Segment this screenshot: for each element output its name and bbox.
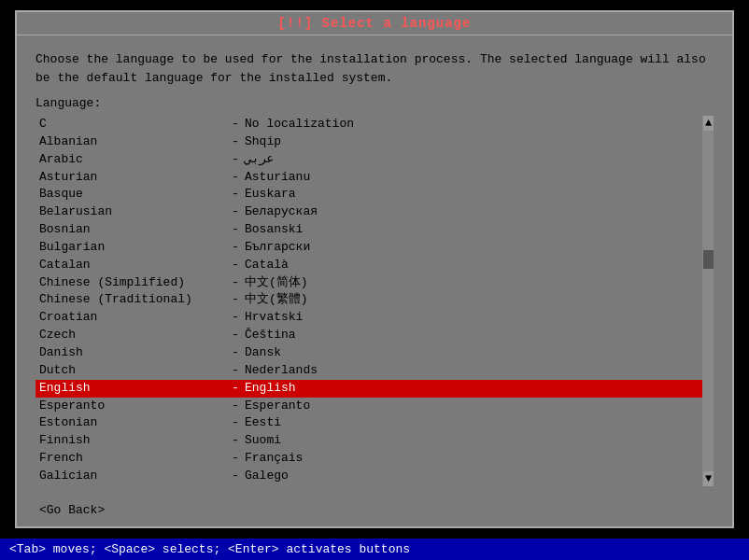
lang-name: Albanian: [39, 133, 226, 151]
list-item[interactable]: Czech - Čeština: [35, 327, 702, 344]
go-back-button[interactable]: <Go Back>: [35, 501, 108, 519]
list-item[interactable]: Bosnian - Bosanski: [35, 221, 702, 239]
separator: -: [226, 485, 245, 486]
separator: -: [226, 327, 245, 344]
lang-name: Bulgarian: [39, 239, 226, 257]
dialog: [!!] Select a language Choose the langua…: [15, 10, 734, 528]
lang-name: German: [39, 485, 226, 486]
lang-native: Nederlands: [245, 362, 318, 380]
lang-native: Shqip: [245, 133, 281, 151]
lang-native: Беларуская: [245, 203, 318, 221]
list-container: C - No localizationAlbanian - ShqipArabi…: [35, 116, 714, 486]
dialog-wrapper: [!!] Select a language Choose the langua…: [0, 0, 749, 539]
lang-native: 中文(繁體): [245, 291, 308, 309]
separator: -: [226, 468, 245, 485]
separator: -: [226, 344, 245, 362]
lang-name: Catalan: [39, 257, 226, 274]
lang-native: 中文(简体): [245, 274, 308, 292]
list-item[interactable]: Esperanto - Esperanto: [35, 398, 702, 415]
separator: -: [226, 414, 245, 432]
separator: -: [226, 169, 245, 187]
lang-name: Asturian: [39, 169, 226, 187]
lang-name: Basque: [39, 186, 226, 203]
separator: -: [226, 380, 245, 398]
list-item[interactable]: Belarusian - Беларуская: [35, 203, 702, 221]
lang-name: Esperanto: [39, 398, 226, 415]
list-item[interactable]: Arabic - عربي: [35, 151, 702, 169]
separator: -: [226, 221, 245, 239]
list-item[interactable]: Galician - Galego: [35, 468, 702, 485]
lang-name: Chinese (Traditional): [39, 291, 226, 309]
separator: -: [226, 239, 245, 257]
separator: -: [226, 291, 245, 309]
lang-native: Български: [245, 239, 310, 257]
lang-name: Galician: [39, 468, 226, 485]
separator: -: [226, 450, 245, 468]
separator: -: [226, 398, 245, 415]
separator: -: [226, 309, 245, 327]
lang-name: Finnish: [39, 432, 226, 450]
lang-name: French: [39, 450, 226, 468]
scroll-down-arrow[interactable]: ▼: [705, 473, 712, 484]
list-item[interactable]: French - Français: [35, 450, 702, 468]
lang-name: Croatian: [39, 309, 226, 327]
list-item[interactable]: Danish - Dansk: [35, 344, 702, 362]
list-item[interactable]: Basque - Euskara: [35, 186, 702, 203]
lang-name: Danish: [39, 344, 226, 362]
list-item[interactable]: Albanian - Shqip: [35, 133, 702, 151]
lang-native: Bosanski: [245, 221, 303, 239]
status-bar: <Tab> moves; <Space> selects; <Enter> ac…: [0, 539, 749, 560]
language-list[interactable]: C - No localizationAlbanian - ShqipArabi…: [35, 116, 702, 486]
separator: -: [226, 362, 245, 380]
lang-native: Català: [245, 257, 289, 274]
lang-native: Suomi: [245, 432, 281, 450]
lang-native: Deutsch: [245, 485, 296, 486]
lang-native: Esperanto: [245, 398, 310, 415]
language-label: Language:: [35, 96, 714, 110]
separator: -: [226, 186, 245, 203]
list-item[interactable]: Croatian - Hrvatski: [35, 309, 702, 327]
list-item[interactable]: Dutch - Nederlands: [35, 362, 702, 380]
lang-native: Čeština: [245, 327, 296, 344]
scroll-up-arrow[interactable]: ▲: [705, 118, 712, 129]
lang-native: Asturianu: [245, 169, 310, 187]
lang-name: Bosnian: [39, 221, 226, 239]
list-item[interactable]: Bulgarian - Български: [35, 239, 702, 257]
list-item[interactable]: Asturian - Asturianu: [35, 169, 702, 187]
lang-name: Czech: [39, 327, 226, 344]
list-item[interactable]: Finnish - Suomi: [35, 432, 702, 450]
scroll-track: [703, 131, 714, 471]
title-bar: [!!] Select a language: [17, 12, 732, 35]
lang-native: Euskara: [245, 186, 296, 203]
status-text: <Tab> moves; <Space> selects; <Enter> ac…: [9, 542, 410, 556]
lang-name: English: [39, 380, 226, 398]
separator: -: [226, 203, 245, 221]
scrollbar[interactable]: ▲ ▼: [702, 116, 714, 486]
separator: -: [226, 274, 245, 292]
lang-native: Hrvatski: [245, 309, 303, 327]
lang-name: Dutch: [39, 362, 226, 380]
list-item[interactable]: C - No localization: [35, 116, 702, 133]
lang-native: Dansk: [245, 344, 281, 362]
lang-name: Belarusian: [39, 203, 226, 221]
lang-native: Eesti: [245, 414, 281, 432]
lang-name: Chinese (Simplified): [39, 274, 226, 292]
list-item[interactable]: Estonian - Eesti: [35, 414, 702, 432]
lang-native: No localization: [245, 116, 354, 133]
separator: -: [226, 116, 245, 133]
description-text: Choose the language to be used for the i…: [35, 50, 714, 87]
separator: -: [226, 432, 245, 450]
list-item[interactable]: Chinese (Simplified) - 中文(简体): [35, 274, 702, 292]
separator: -: [226, 151, 245, 169]
lang-native: Galego: [245, 468, 289, 485]
list-item[interactable]: English - English: [35, 380, 702, 398]
list-item[interactable]: Chinese (Traditional) - 中文(繁體): [35, 291, 702, 309]
list-item[interactable]: Catalan - Català: [35, 257, 702, 274]
separator: -: [226, 257, 245, 274]
lang-name: Estonian: [39, 414, 226, 432]
lang-native: عربي: [245, 151, 274, 169]
scroll-thumb: [703, 250, 714, 269]
list-item[interactable]: German - Deutsch: [35, 485, 702, 486]
lang-native: Français: [245, 450, 303, 468]
title-text: [!!] Select a language: [278, 16, 472, 31]
